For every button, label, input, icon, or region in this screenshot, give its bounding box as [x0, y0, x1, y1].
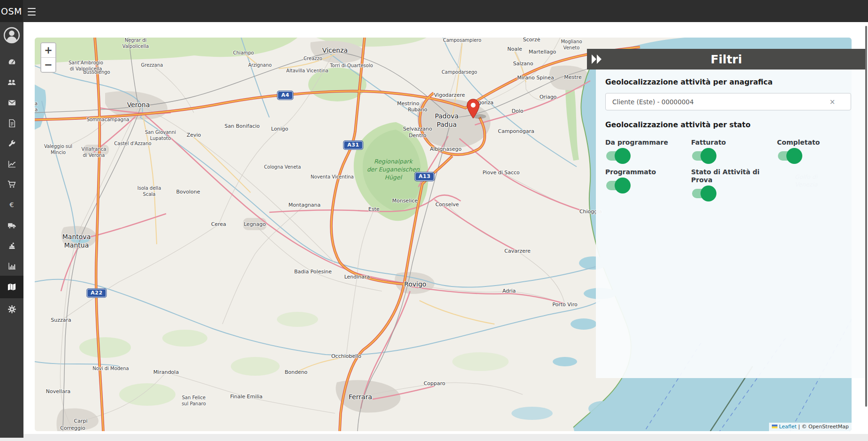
ukraine-flag-icon: [772, 425, 777, 428]
toggle-knob: [786, 148, 802, 164]
sidebar-item-billing[interactable]: €: [0, 195, 23, 215]
sidebar-item-tools[interactable]: [0, 134, 23, 154]
toggle-da-programmare[interactable]: [606, 151, 627, 161]
footer-strip: [0, 434, 868, 441]
toggle-label: Stato di Attività di Prova: [691, 168, 777, 184]
euro-icon: €: [8, 201, 15, 209]
document-icon: [8, 119, 15, 127]
toggle-knob: [615, 178, 631, 193]
app-logo[interactable]: OSM: [0, 0, 23, 22]
sidebar-item-profile[interactable]: [0, 24, 23, 46]
toggle-completato[interactable]: [778, 151, 799, 161]
toggle-programmato[interactable]: [606, 181, 627, 190]
toggle-cell: Stato di Attività di Prova: [691, 168, 777, 198]
section-heading-stato: Geolocalizzazione attività per stato: [605, 121, 856, 129]
attribution-separator: |: [797, 424, 802, 430]
leaflet-link[interactable]: Leaflet: [779, 424, 796, 430]
toggle-label: Da programmare: [605, 139, 691, 147]
toggle-cell: Programmato: [605, 168, 691, 198]
sidebar-item-dashboard[interactable]: [0, 52, 23, 71]
sidebar-item-orders[interactable]: [0, 174, 23, 194]
sidebar-item-transport[interactable]: [0, 216, 23, 235]
top-bar: OSM: [0, 0, 868, 22]
toggle-knob: [700, 186, 716, 201]
mail-icon: [8, 99, 16, 106]
status-toggle-grid: Da programmareFatturatoCompletatoProgram…: [605, 139, 856, 198]
svg-text:€: €: [9, 201, 14, 209]
cart-icon: [8, 180, 16, 188]
sidebar-item-map[interactable]: [0, 276, 23, 298]
truck-icon: [8, 222, 16, 229]
user-circle-icon: [3, 27, 20, 44]
sidebar-item-statistics[interactable]: [0, 256, 23, 276]
toggle-cell: Da programmare: [605, 139, 691, 161]
map-icon: [8, 283, 16, 291]
sidebar: €: [0, 22, 23, 438]
section-heading-anagrafica: Geolocalizzazione attività per anagrafic…: [605, 78, 856, 86]
zoom-in-button[interactable]: +: [41, 43, 55, 58]
sidebar-item-trends[interactable]: [0, 154, 23, 174]
map-attribution: Leaflet | © OpenStreetMap: [769, 423, 852, 431]
sidebar-item-contacts[interactable]: [0, 72, 23, 92]
toggle-fatturato[interactable]: [692, 151, 713, 161]
anagrafica-select-value: Cliente (Este) - 00000004: [606, 98, 825, 106]
select-clear-icon[interactable]: ×: [825, 98, 839, 106]
application-window: OSM €: [0, 0, 868, 441]
wrench-icon: [8, 140, 16, 148]
chart-line-icon: [8, 160, 16, 168]
hamburger-menu-icon[interactable]: [28, 7, 36, 16]
toggle-knob: [700, 148, 716, 164]
toggle-label: Programmato: [605, 168, 691, 176]
sidebar-item-equipment[interactable]: [0, 236, 23, 255]
filter-panel-header: Filtri: [587, 49, 866, 70]
zoom-out-button[interactable]: −: [41, 58, 55, 72]
toggle-label: Fatturato: [691, 139, 777, 147]
page-scrollbar[interactable]: [865, 26, 867, 407]
equipment-icon: [8, 242, 16, 250]
sidebar-item-documents[interactable]: [0, 113, 23, 133]
gear-icon: [8, 305, 16, 313]
map-marker-pin[interactable]: [466, 99, 480, 119]
collapse-panel-icon[interactable]: [592, 54, 605, 64]
dashboard-icon: [8, 58, 16, 66]
anagrafica-select[interactable]: Cliente (Este) - 00000004 ×: [605, 93, 851, 110]
osm-attribution[interactable]: © OpenStreetMap: [801, 424, 849, 430]
filter-panel-body: Geolocalizzazione attività per anagrafic…: [596, 70, 866, 378]
sidebar-item-settings[interactable]: [0, 299, 23, 319]
toggle-cell: Fatturato: [691, 139, 777, 161]
toggle-label: Completato: [777, 139, 856, 147]
app-logo-text: OSM: [1, 6, 22, 16]
sidebar-footer: [0, 434, 23, 438]
chart-bar-icon: [8, 262, 16, 270]
toggle-cell: Completato: [777, 139, 856, 161]
map-zoom-control: + −: [40, 42, 56, 73]
sidebar-item-messages[interactable]: [0, 93, 23, 112]
toggle-stato-di-attivit-di-prova[interactable]: [692, 189, 713, 198]
users-icon: [8, 78, 16, 86]
filter-panel-title: Filtri: [587, 53, 866, 66]
toggle-knob: [615, 148, 631, 164]
